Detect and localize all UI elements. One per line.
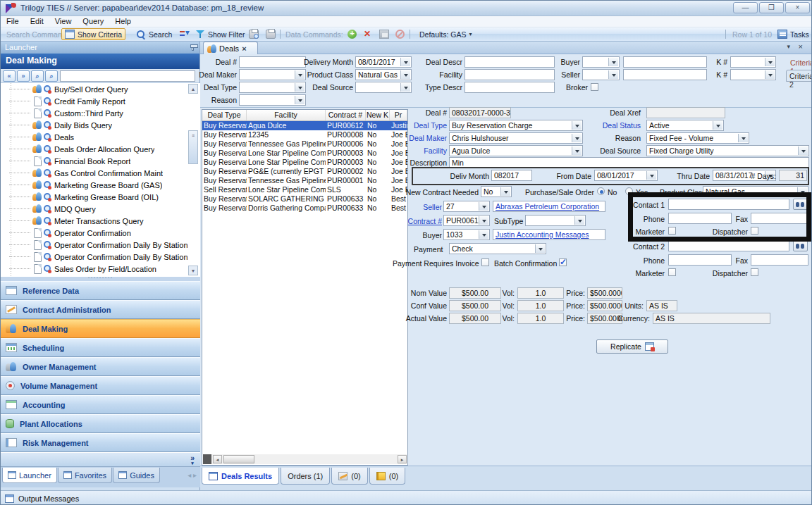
find-clear-button[interactable]: ⌕ [45, 70, 58, 82]
show-filter-button[interactable]: Show Filter [192, 28, 248, 40]
dropdown-button[interactable] [738, 134, 748, 142]
deal-descr-input[interactable] [465, 56, 555, 68]
grid-row[interactable]: Buy Reservat Lone Star Pipeline Compa PU… [202, 158, 407, 167]
seller-combo[interactable] [582, 69, 620, 80]
close-tab-icon[interactable]: × [799, 42, 803, 51]
accordion-section[interactable]: Owner Management [1, 357, 200, 376]
facility-link-label[interactable]: Facility [417, 146, 447, 155]
deal-source-combo[interactable]: Fixed Charge Utility [646, 145, 809, 156]
dropdown-button[interactable] [400, 83, 410, 92]
delete-record-button[interactable]: ✕ [360, 28, 374, 40]
tree-item[interactable]: Custom::Third Party [1, 107, 187, 119]
dropdown-button[interactable] [765, 70, 775, 79]
tab-list-dropdown-icon[interactable]: ▾ [787, 43, 790, 50]
seller-name-field[interactable]: Abraxas Petroleum Corporation [493, 201, 605, 212]
grid-row[interactable]: Buy Reservat Lone Star Pipeline Compa PU… [202, 149, 407, 158]
buyer-name-field[interactable]: Justin Accounting Messages [493, 229, 605, 240]
fax1-input[interactable] [751, 213, 808, 224]
add-record-button[interactable] [345, 28, 359, 40]
tab-scroll-arrows[interactable]: ◂ ▸ [187, 471, 197, 479]
close-button[interactable]: × [785, 2, 810, 13]
minimize-button[interactable]: — [733, 2, 758, 13]
results-tab[interactable]: (0) [331, 468, 367, 485]
accordion-section[interactable]: Risk Management [1, 433, 200, 452]
accordion-section[interactable]: Contract Administration [1, 300, 200, 319]
facility-combo[interactable]: Agua Dulce [449, 145, 583, 156]
menu-item[interactable]: File [1, 16, 25, 26]
sort-button[interactable] [177, 28, 192, 40]
dropdown-button[interactable] [646, 171, 656, 180]
tree-item[interactable]: Marketing Grease Board (OIL) [1, 191, 187, 203]
purchase-sale-no-radio[interactable] [597, 187, 605, 195]
grid-row[interactable]: Buy Reservat 12345 PUR00008 No Joe B [202, 130, 407, 139]
grid-row[interactable]: Buy Reservat Agua Dulce PUR00612 No Just… [202, 121, 407, 130]
accordion-section[interactable]: Volume Management [1, 376, 200, 395]
seller-name-link[interactable]: Abraxas Petroleum Corporation [496, 202, 599, 211]
show-criteria-button[interactable]: Show Criteria [61, 28, 125, 40]
product-class-combo[interactable]: Natural Gas [355, 69, 412, 80]
tree-item[interactable]: Meter Transactions Query [1, 215, 187, 227]
scrollbar-thumb[interactable] [223, 455, 254, 463]
deal-source-combo[interactable] [355, 82, 412, 93]
new-contract-combo[interactable]: No [481, 186, 512, 197]
tree-item[interactable]: Deals Order Allocation Query [1, 143, 187, 155]
type-descr-input[interactable] [465, 82, 555, 93]
scroll-down-button[interactable]: ▼ [188, 266, 198, 275]
deal-type-combo[interactable] [239, 82, 306, 93]
menu-item[interactable]: Query [77, 16, 109, 26]
results-tab[interactable]: Orders (1) [281, 468, 330, 485]
dropdown-button[interactable] [713, 121, 722, 130]
column-header[interactable]: New K [366, 110, 390, 120]
delivery-month-combo[interactable]: 08/01/2017 [355, 56, 412, 68]
dropdown-button[interactable] [608, 70, 618, 79]
tree-item[interactable]: Credit Family Report [1, 95, 187, 107]
reason-combo[interactable] [239, 94, 306, 106]
contact1-lookup-button[interactable] [793, 199, 808, 210]
scrollbar-gripper[interactable] [203, 454, 211, 464]
scroll-left-button[interactable]: ◂ [213, 455, 222, 463]
dropdown-button[interactable] [479, 216, 488, 225]
dropdown-button[interactable] [574, 216, 584, 225]
accordion-section[interactable]: Scheduling [1, 338, 200, 357]
dropdown-button[interactable] [608, 58, 618, 66]
grid-horizontal-scrollbar[interactable]: ◂ ▸ [203, 454, 407, 464]
grid-row[interactable]: Buy Reservat SOLARC GATHERING S PUR00633… [202, 194, 407, 204]
deal-maker-combo[interactable]: Chris Hulshouser [449, 132, 583, 144]
deal-type-link-label[interactable]: Deal Type [408, 121, 447, 130]
pin-icon[interactable] [192, 44, 194, 51]
dropdown-button[interactable] [797, 187, 807, 196]
facility-input[interactable] [465, 69, 555, 80]
tree-item[interactable]: Financial Book Report [1, 155, 187, 167]
dropdown-button[interactable] [400, 58, 410, 66]
buyer-name-input[interactable] [623, 56, 707, 68]
output-messages-label[interactable]: Output Messages [18, 494, 79, 503]
seller-id-combo[interactable]: 27 [443, 201, 490, 212]
grid-row[interactable]: Buy Reservat Tennessee Gas Pipeline PUR0… [202, 176, 407, 185]
seller-contract-combo[interactable] [730, 69, 776, 80]
product-class-combo[interactable]: Natural Gas [703, 186, 808, 197]
payment-combo[interactable]: Check [449, 243, 546, 254]
phone2-input[interactable] [668, 254, 732, 266]
dropdown-button[interactable] [295, 83, 304, 92]
column-header[interactable]: Contract # [326, 110, 366, 120]
search-button[interactable]: Search [133, 28, 175, 40]
accordion-section[interactable]: Plant Allocations [1, 414, 200, 433]
tree-item[interactable]: Sales Order by Field/Location [1, 263, 187, 275]
close-icon[interactable]: × [242, 44, 246, 53]
reason-combo[interactable]: Fixed Fee - Volume [646, 132, 749, 144]
dropdown-button[interactable] [572, 134, 582, 142]
tree-item[interactable]: MDQ Query [1, 203, 187, 215]
dropdown-button[interactable] [572, 146, 582, 155]
dropdown-button[interactable] [295, 70, 304, 79]
payment-requires-invoice-checkbox[interactable] [481, 258, 489, 266]
buyer-id-combo[interactable]: 1033 [443, 229, 490, 240]
cancel-edit-button[interactable] [393, 28, 407, 40]
dispatcher1-checkbox[interactable] [751, 227, 758, 235]
deal-status-combo[interactable]: Active [646, 120, 724, 131]
deliv-month-input[interactable]: 082017 [491, 170, 532, 181]
tree-item[interactable]: Deals [1, 131, 187, 143]
scroll-right-button[interactable]: ▸ [398, 455, 407, 463]
deal-type-combo[interactable]: Buy Reservation Charge [449, 120, 583, 131]
dropdown-button[interactable] [500, 187, 510, 196]
find-button[interactable]: ⌕ [31, 70, 44, 82]
